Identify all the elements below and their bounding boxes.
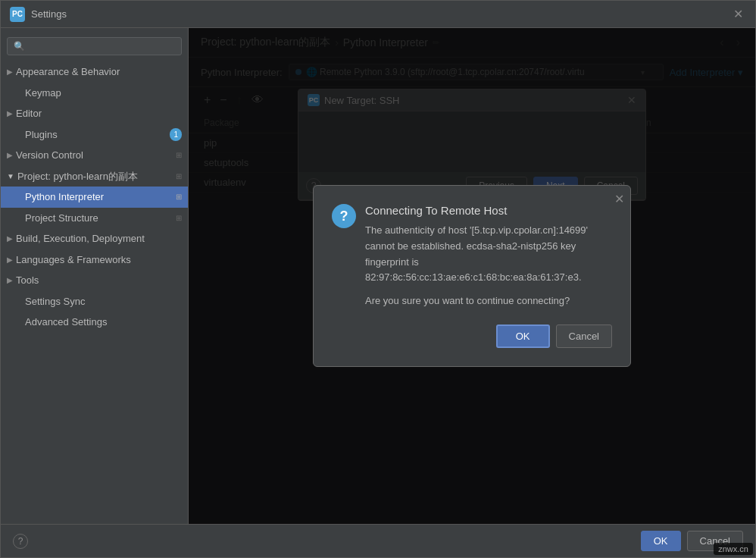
sidebar-label: Python Interpreter <box>25 190 104 205</box>
sidebar-item-plugins[interactable]: Plugins 1 <box>1 124 188 146</box>
arrow-icon: ▶ <box>7 108 13 119</box>
title-bar: PC Settings ✕ <box>1 1 755 28</box>
sidebar-item-python-interpreter[interactable]: Python Interpreter ⊞ <box>1 187 188 208</box>
sidebar-label: Project Structure <box>25 211 98 226</box>
sidebar-label: Editor <box>16 106 42 121</box>
sidebar-item-editor[interactable]: ▶ Editor <box>1 103 188 124</box>
arrow-icon: ▶ <box>7 149 13 161</box>
app-logo: PC <box>10 7 25 22</box>
connect-actions: OK Cancel <box>332 324 612 348</box>
sidebar-label: Tools <box>16 273 39 288</box>
sidebar-label: Settings Sync <box>25 294 86 309</box>
sidebar-label: Languages & Frameworks <box>16 252 131 268</box>
sidebar-item-build[interactable]: ▶ Build, Execution, Deployment <box>1 228 188 249</box>
plugins-badge: 1 <box>170 128 182 141</box>
connect-body: The authenticity of host '[5.tcp.vip.cpo… <box>365 223 588 286</box>
window-help-button[interactable]: ? <box>13 534 28 549</box>
connect-cancel-button[interactable]: Cancel <box>556 324 612 348</box>
window-bottom-bar: ? OK Cancel <box>1 524 755 557</box>
sidebar-item-languages[interactable]: ▶ Languages & Frameworks <box>1 249 188 271</box>
sidebar-item-advanced-settings[interactable]: Advanced Settings <box>1 312 188 333</box>
sidebar-item-project[interactable]: ▼ Project: python-learn的副本 ⊞ <box>1 166 188 187</box>
connect-title: Connecting To Remote Host <box>365 204 588 217</box>
sidebar-item-settings-sync[interactable]: Settings Sync <box>1 291 188 312</box>
sidebar-label: Build, Execution, Deployment <box>16 231 145 246</box>
bookmark-icon3: ⊞ <box>176 191 182 202</box>
sidebar-label: Plugins <box>25 127 58 143</box>
sidebar-item-project-structure[interactable]: Project Structure ⊞ <box>1 208 188 229</box>
sidebar-label: Version Control <box>16 148 83 163</box>
window-title: Settings <box>31 8 730 20</box>
sidebar: ▶ Appearance & Behavior Keymap ▶ Editor … <box>1 28 189 524</box>
arrow-open-icon: ▼ <box>7 171 14 182</box>
sidebar-item-tools[interactable]: ▶ Tools <box>1 270 188 291</box>
window-ok-button[interactable]: OK <box>641 531 681 551</box>
content-area: ▶ Appearance & Behavior Keymap ▶ Editor … <box>1 28 755 524</box>
connect-dialog-header: ? Connecting To Remote Host The authenti… <box>332 204 612 309</box>
sidebar-label: Keymap <box>25 86 61 101</box>
main-panel: Project: python-learn的副本 › Python Interp… <box>189 28 755 524</box>
close-button[interactable]: ✕ <box>730 5 746 23</box>
bookmark-icon2: ⊞ <box>176 171 182 182</box>
settings-window: PC Settings ✕ ▶ Appearance & Behavior Ke… <box>0 0 756 558</box>
sidebar-item-version-control[interactable]: ▶ Version Control ⊞ <box>1 145 188 166</box>
connect-overlay: ? Connecting To Remote Host The authenti… <box>189 28 755 524</box>
sidebar-label: Advanced Settings <box>25 315 107 330</box>
sidebar-item-appearance[interactable]: ▶ Appearance & Behavior <box>1 61 188 83</box>
sidebar-label: Project: python-learn的副本 <box>17 169 138 184</box>
arrow-icon: ▶ <box>7 66 13 77</box>
watermark: znwx.cn <box>714 543 753 555</box>
bookmark-icon4: ⊞ <box>176 212 182 224</box>
arrow-icon: ▶ <box>7 274 13 286</box>
search-input[interactable] <box>7 37 182 55</box>
connect-question: Are you sure you want to continue connec… <box>365 293 588 309</box>
arrow-icon: ▶ <box>7 254 13 265</box>
bookmark-icon: ⊞ <box>176 149 182 161</box>
sidebar-item-keymap[interactable]: Keymap <box>1 83 188 104</box>
connect-text-area: Connecting To Remote Host The authentici… <box>365 204 588 309</box>
connect-close-button[interactable]: ✕ <box>614 192 624 206</box>
connect-dialog: ? Connecting To Remote Host The authenti… <box>313 185 631 367</box>
connect-ok-button[interactable]: OK <box>496 324 550 348</box>
connect-question-icon: ? <box>332 204 356 228</box>
sidebar-label: Appearance & Behavior <box>16 64 120 80</box>
arrow-icon: ▶ <box>7 233 13 244</box>
